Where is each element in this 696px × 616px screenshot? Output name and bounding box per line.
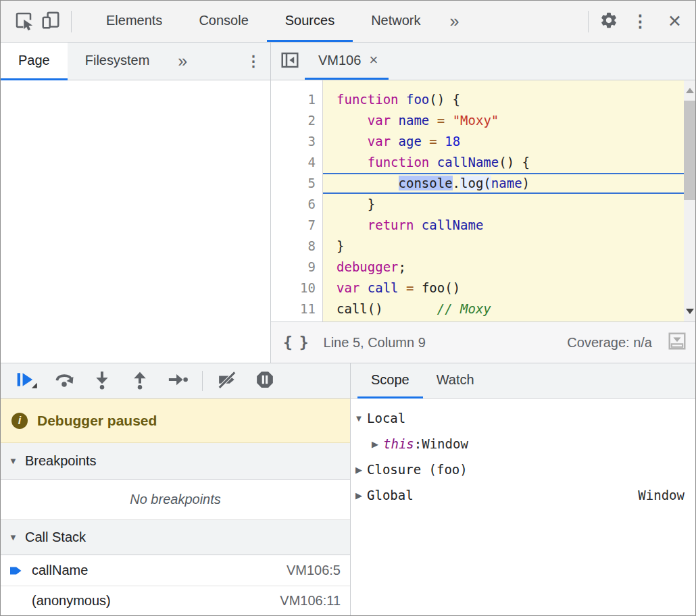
triangle-right-icon[interactable]: ▶ bbox=[367, 439, 383, 449]
deactivate-breakpoints-icon bbox=[216, 369, 238, 392]
scrollbar-down-arrow[interactable] bbox=[684, 303, 695, 320]
triangle-down-icon: ▼ bbox=[9, 456, 25, 466]
tab-watch[interactable]: Watch bbox=[423, 363, 488, 399]
device-toolbar-button[interactable] bbox=[37, 8, 64, 35]
resume-icon bbox=[15, 369, 38, 392]
scope-item-label: this bbox=[383, 436, 414, 451]
scope-item-closure-foo[interactable]: ▶Closure (foo) bbox=[351, 457, 695, 482]
code-line-10[interactable]: var call = foo() bbox=[323, 278, 684, 299]
scope-panel: ScopeWatch ▼Local▶this: Window▶Closure (… bbox=[351, 363, 695, 615]
tab-elements[interactable]: Elements bbox=[88, 1, 180, 42]
scope-separator: : bbox=[414, 436, 422, 451]
deactivate-breakpoints-button[interactable] bbox=[212, 367, 242, 394]
step-over-icon bbox=[53, 369, 75, 392]
devtools-window: ElementsConsoleSourcesNetwork » ⋮ ✕ Page… bbox=[0, 0, 696, 616]
settings-button[interactable] bbox=[595, 8, 622, 35]
code-line-8[interactable]: } bbox=[323, 236, 684, 257]
line-number-4[interactable]: 4 bbox=[271, 152, 322, 173]
call-stack-title: Call Stack bbox=[25, 530, 86, 545]
code-lines[interactable]: function foo() { var name = "Moxy" var a… bbox=[323, 80, 684, 322]
scrollbar-up-arrow[interactable] bbox=[684, 82, 695, 99]
triangle-down-icon[interactable]: ▼ bbox=[351, 413, 367, 424]
code-line-1[interactable]: function foo() { bbox=[323, 89, 684, 110]
scrollbar-thumb[interactable] bbox=[684, 101, 695, 200]
line-number-10[interactable]: 10 bbox=[271, 278, 322, 299]
step-into-icon bbox=[92, 369, 112, 392]
scope-tabbar: ScopeWatch bbox=[351, 363, 695, 399]
call-stack-section-header[interactable]: ▼ Call Stack bbox=[1, 520, 350, 555]
frame-location: VM106:5 bbox=[287, 563, 341, 578]
line-number-3[interactable]: 3 bbox=[271, 131, 322, 152]
close-devtools-button[interactable]: ✕ bbox=[658, 11, 685, 31]
code-line-2[interactable]: var name = "Moxy" bbox=[323, 110, 684, 131]
drawer-icon[interactable] bbox=[667, 331, 687, 354]
no-breakpoints-message: No breakpoints bbox=[1, 480, 350, 520]
navigator-sidebar: PageFilesystem » ⋮ bbox=[1, 43, 271, 363]
code-line-11[interactable]: call() // Moxy bbox=[323, 299, 684, 319]
more-options-button[interactable]: ⋮ bbox=[622, 11, 658, 31]
code-editor: 1234567891011 function foo() { var name … bbox=[271, 80, 695, 322]
pretty-print-button[interactable]: { } bbox=[283, 334, 307, 351]
scope-tree: ▼Local▶this: Window▶Closure (foo)▶Global… bbox=[351, 399, 695, 615]
breakpoints-section-header[interactable]: ▼ Breakpoints bbox=[1, 443, 350, 480]
call-stack-frame-anonymous[interactable]: (anonymous)VM106:11 bbox=[1, 586, 350, 615]
scope-item-local[interactable]: ▼Local bbox=[351, 405, 695, 431]
line-number-11[interactable]: 11 bbox=[271, 299, 322, 319]
tab-sources[interactable]: Sources bbox=[267, 1, 353, 42]
gear-icon bbox=[599, 11, 618, 32]
breakpoints-title: Breakpoints bbox=[25, 453, 97, 469]
sidebar-tab-filesystem[interactable]: Filesystem bbox=[68, 43, 168, 80]
toggle-navigator-button[interactable] bbox=[275, 43, 305, 80]
call-stack-frame-callname[interactable]: callNameVM106:5 bbox=[1, 555, 350, 586]
editor-scrollbar[interactable] bbox=[684, 80, 695, 322]
line-number-6[interactable]: 6 bbox=[271, 194, 322, 215]
step-over-button[interactable] bbox=[49, 367, 79, 394]
navigator-panel-icon bbox=[280, 50, 300, 72]
debugger-bottom-split: i Debugger paused ▼ Breakpoints No break… bbox=[1, 363, 695, 615]
line-number-2[interactable]: 2 bbox=[271, 110, 322, 131]
tab-network[interactable]: Network bbox=[353, 1, 439, 42]
code-line-6[interactable]: } bbox=[323, 194, 684, 215]
line-number-8[interactable]: 8 bbox=[271, 236, 322, 257]
scope-item-right-value: Window bbox=[638, 488, 685, 503]
editor-tab-label: VM106 bbox=[318, 53, 361, 68]
sidebar-tab-page[interactable]: Page bbox=[1, 43, 68, 80]
editor-tab-vm106[interactable]: VM106 × bbox=[305, 43, 389, 80]
active-frame-arrow-icon bbox=[9, 564, 24, 578]
navigator-file-tree[interactable] bbox=[1, 80, 270, 363]
line-number-7[interactable]: 7 bbox=[271, 215, 322, 236]
step-into-button[interactable] bbox=[87, 367, 117, 394]
navigator-more-tabs-button[interactable]: » bbox=[167, 51, 198, 71]
pause-on-exceptions-icon bbox=[255, 369, 275, 392]
tab-scope[interactable]: Scope bbox=[357, 363, 423, 399]
code-line-9[interactable]: debugger; bbox=[323, 257, 684, 278]
triangle-right-icon[interactable]: ▶ bbox=[351, 490, 367, 500]
line-number-9[interactable]: 9 bbox=[271, 257, 322, 278]
code-line-4[interactable]: function callName() { bbox=[323, 152, 684, 173]
step-out-button[interactable] bbox=[125, 367, 155, 394]
sources-top-split: PageFilesystem » ⋮ bbox=[1, 43, 695, 363]
inspect-element-button[interactable] bbox=[10, 8, 37, 35]
more-panels-button[interactable]: » bbox=[439, 11, 470, 31]
code-line-7[interactable]: return callName bbox=[323, 215, 684, 236]
triangle-right-icon[interactable]: ▶ bbox=[351, 465, 367, 475]
step-icon bbox=[167, 369, 189, 392]
line-number-5[interactable]: 5 bbox=[271, 173, 322, 194]
navigator-menu-button[interactable]: ⋮ bbox=[237, 53, 270, 70]
editor-tab-close-icon[interactable]: × bbox=[369, 53, 378, 68]
line-number-1[interactable]: 1 bbox=[271, 89, 322, 110]
editor-status-bar: { } Line 5, Column 9 Coverage: n/a bbox=[271, 322, 695, 363]
scope-item-global[interactable]: ▶GlobalWindow bbox=[351, 482, 695, 508]
editor-pane: VM106 × 1234567891011 function foo() { v… bbox=[271, 43, 695, 363]
debugger-sidebar: i Debugger paused ▼ Breakpoints No break… bbox=[1, 363, 351, 615]
tab-console[interactable]: Console bbox=[180, 1, 266, 42]
scope-item-this[interactable]: ▶this: Window bbox=[351, 431, 695, 457]
code-line-3[interactable]: var age = 18 bbox=[323, 131, 684, 152]
step-button[interactable] bbox=[163, 367, 193, 394]
line-number-gutter: 1234567891011 bbox=[271, 80, 323, 322]
resume-button[interactable] bbox=[11, 367, 41, 394]
device-toolbar-icon bbox=[41, 10, 61, 32]
code-line-5[interactable]: console.log(name) bbox=[323, 173, 684, 194]
pause-on-exceptions-button[interactable] bbox=[250, 367, 280, 394]
inspect-cursor-icon bbox=[14, 10, 34, 32]
